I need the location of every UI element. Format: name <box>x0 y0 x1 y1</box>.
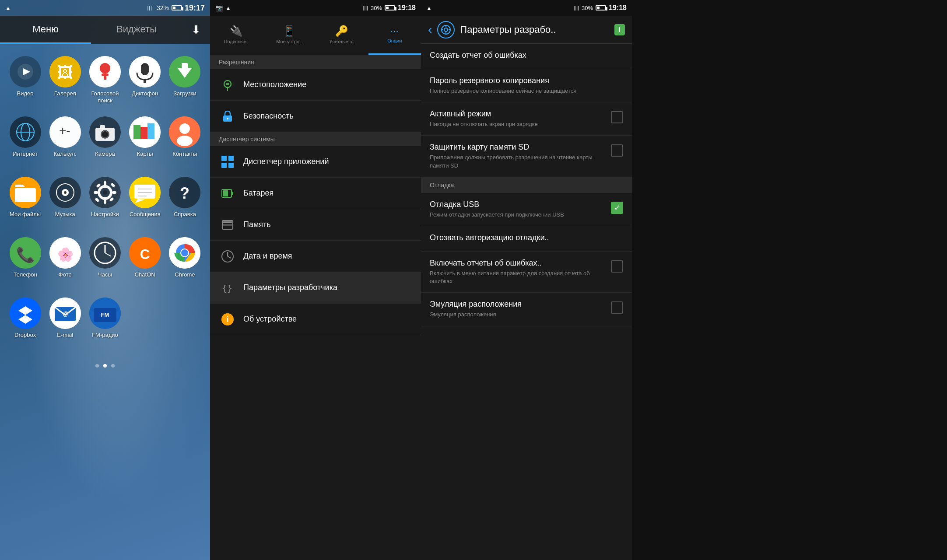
checkbox-usbdebug[interactable]: ✓ <box>611 202 623 214</box>
tab-download[interactable]: ⬇ <box>182 16 210 44</box>
download-icon: ⬇ <box>191 23 201 37</box>
dev-item-bugreport[interactable]: Создать отчет об ошибках <box>421 44 632 69</box>
settings-item-developer[interactable]: {} Параметры разработчика <box>210 272 421 304</box>
app-video[interactable]: Видео <box>7 52 43 109</box>
app-clock[interactable]: Часы <box>87 234 123 290</box>
tab-connections[interactable]: 🔌 Подключе.. <box>210 16 263 55</box>
dev-toggle[interactable]: I <box>614 24 625 35</box>
dev-item-usbdebug[interactable]: Отладка USB Режим отладки запускается пр… <box>421 193 632 226</box>
svg-text:📞: 📞 <box>16 246 35 264</box>
app-label-recorder: Диктофон <box>132 90 158 97</box>
checkbox-bugreport2[interactable] <box>611 260 623 273</box>
tab-options[interactable]: ⋯ Опции <box>368 16 421 55</box>
dev-item-backup[interactable]: Пароль резервного копирования Полное рез… <box>421 69 632 102</box>
dev-sub-bugreport2: Включить в меню питания параметр для соз… <box>430 270 606 285</box>
back-button[interactable]: ‹ <box>428 23 432 37</box>
dev-item-stayawake[interactable]: Активный режим Никогда не отключать экра… <box>421 102 632 136</box>
app-icon-email: @ <box>49 298 81 329</box>
location-icon <box>219 76 236 94</box>
app-recorder[interactable]: Диктофон <box>127 52 163 109</box>
app-settings[interactable]: Настройки <box>87 173 123 230</box>
settings-item-appmanager[interactable]: Диспетчер приложений <box>210 146 421 178</box>
svg-point-31 <box>177 136 193 146</box>
status-right-s3: |||| 30% 19:18 <box>574 4 627 12</box>
app-phone[interactable]: 📞 Телефон <box>7 234 43 290</box>
battery-pct-s3: 30% <box>582 5 593 11</box>
tab-accounts[interactable]: 🔑 Учетные з.. <box>316 16 368 55</box>
svg-rect-86 <box>221 163 227 168</box>
checkbox-sdprotect[interactable] <box>611 144 623 157</box>
status-left-s3: ▲ <box>426 5 432 11</box>
dev-title-stayawake: Активный режим <box>430 109 606 119</box>
status-left-s2: 📷 ▲ <box>215 4 231 11</box>
svg-rect-27 <box>140 127 147 139</box>
app-maps[interactable]: Карты <box>127 113 163 170</box>
app-icon-photos: 🌸 <box>49 237 81 269</box>
app-myfiles[interactable]: Мои файлы <box>7 173 43 230</box>
dev-item-sdprotect[interactable]: Защитить карту памяти SD Приложения долж… <box>421 136 632 177</box>
dev-item-bugreport2[interactable]: Включать отчеты об ошибках.. Включить в … <box>421 252 632 293</box>
app-camera[interactable]: Камера <box>87 113 123 170</box>
svg-rect-43 <box>94 191 98 194</box>
dev-item-revoke[interactable]: Отозвать авторизацию отладки.. <box>421 226 632 252</box>
tab-menu[interactable]: Меню <box>0 16 91 44</box>
app-downloads[interactable]: Загрузки <box>167 52 203 109</box>
app-chrome[interactable]: Chrome <box>167 234 203 290</box>
app-photos[interactable]: 🌸 Фото <box>47 234 83 290</box>
svg-rect-24 <box>100 125 105 129</box>
svg-rect-9 <box>141 63 149 75</box>
svg-rect-28 <box>147 123 154 139</box>
app-icon-myfiles <box>10 177 41 208</box>
settings-list: Разрешения Местоположение Безопасность Д… <box>210 55 421 560</box>
dot-1[interactable] <box>95 364 99 368</box>
checkbox-mocklocation[interactable] <box>611 301 623 314</box>
settings-item-storage[interactable]: Память <box>210 209 421 241</box>
app-gallery[interactable]: 🖼 Галерея <box>47 52 83 109</box>
app-internet[interactable]: Интернет <box>7 113 43 170</box>
settings-item-security[interactable]: Безопасность <box>210 101 421 132</box>
app-label-camera: Камера <box>95 150 115 158</box>
storage-icon <box>219 216 236 234</box>
svg-rect-6 <box>102 74 109 76</box>
tab-mydevice[interactable]: 📱 Мое устро.. <box>263 16 316 55</box>
dev-item-mocklocation[interactable]: Эмуляция расположения Эмуляция расположе… <box>421 293 632 326</box>
wifi-icon-s2: ▲ <box>225 5 231 11</box>
svg-text:{}: {} <box>222 283 232 294</box>
app-dropbox[interactable]: Dropbox <box>7 294 43 351</box>
dev-title-usbdebug: Отладка USB <box>430 200 606 209</box>
svg-point-5 <box>100 63 110 74</box>
app-chaton[interactable]: C ChatON <box>127 234 163 290</box>
settings-item-location[interactable]: Местоположение <box>210 69 421 101</box>
svg-rect-44 <box>112 191 116 194</box>
mydevice-icon: 📱 <box>283 25 296 37</box>
settings-label-battery: Батарея <box>243 189 412 198</box>
settings-item-datetime[interactable]: Дата и время <box>210 241 421 272</box>
app-music[interactable]: Музыка <box>47 173 83 230</box>
options-icon: ⋯ <box>390 26 399 36</box>
app-calc[interactable]: +- Калькул. <box>47 113 83 170</box>
app-voice[interactable]: Голосовой поиск <box>87 52 123 109</box>
settings-item-battery[interactable]: Батарея <box>210 178 421 209</box>
svg-rect-50 <box>134 185 155 199</box>
settings-section-system: Диспетчер системы <box>210 132 421 146</box>
tab-widgets[interactable]: Виджеты <box>91 16 182 44</box>
settings-item-about[interactable]: i Об устройстве <box>210 304 421 335</box>
app-contacts[interactable]: Контакты <box>167 113 203 170</box>
svg-rect-26 <box>133 125 140 139</box>
dot-3[interactable] <box>111 364 115 368</box>
battery-pct-s2: 30% <box>371 5 382 11</box>
app-label-messages: Сообщения <box>130 211 161 218</box>
app-label-chrome: Chrome <box>175 271 195 278</box>
battery-pct: 32% <box>157 4 169 11</box>
dot-2[interactable] <box>103 364 107 368</box>
app-fmradio[interactable]: FM FM-радио <box>87 294 123 351</box>
app-messages[interactable]: Сообщения <box>127 173 163 230</box>
settings-section-permissions: Разрешения <box>210 55 421 69</box>
status-bar-home: ▲ |||| 32% 19:17 <box>0 0 210 16</box>
app-icon-calc: +- <box>49 116 81 148</box>
settings-label-appmanager: Диспетчер приложений <box>243 157 412 166</box>
app-email[interactable]: @ E-mail <box>47 294 83 351</box>
app-help[interactable]: ? Справка <box>167 173 203 230</box>
svg-rect-92 <box>223 221 232 223</box>
checkbox-stayawake[interactable] <box>611 111 623 123</box>
